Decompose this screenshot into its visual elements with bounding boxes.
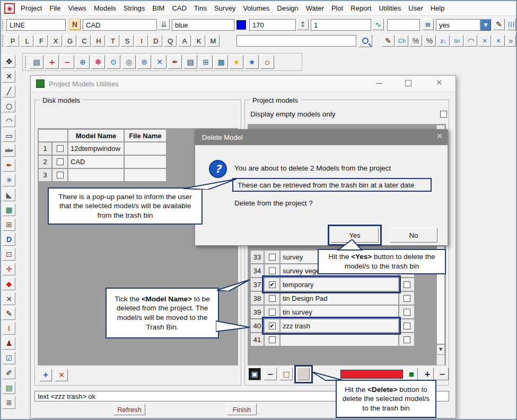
find-button[interactable]: ⊚ [137, 55, 151, 69]
search-button[interactable] [358, 34, 372, 47]
disk-add-button[interactable]: + [39, 369, 52, 381]
justify-icon[interactable]: ≡ [422, 19, 434, 30]
name-badge-button[interactable]: N [69, 19, 81, 30]
remove-model2-button[interactable]: − [436, 368, 449, 380]
redraw-button[interactable]: ✽ [91, 55, 105, 69]
disk-checkbox[interactable] [57, 158, 64, 165]
disk-delete-button[interactable]: ✕ [55, 369, 68, 381]
disk-model-name-cell[interactable]: 12dtempwindow [68, 142, 124, 155]
table-icon[interactable]: ▤ [3, 381, 15, 394]
model-checkbox[interactable]: ✔ [269, 323, 276, 329]
snap-letter-button[interactable]: Q [164, 35, 177, 47]
model-checkbox-cell[interactable] [264, 291, 280, 305]
add-model-button[interactable]: + [421, 368, 434, 380]
flag-checkbox[interactable] [404, 295, 410, 302]
modal-titlebar[interactable]: Delete Model [195, 129, 448, 145]
snap-letter-button[interactable]: S [121, 35, 134, 47]
menu-item[interactable]: CAD [168, 1, 190, 16]
snap-letter-button[interactable]: D [150, 35, 162, 47]
refresh-button[interactable]: Refresh [113, 404, 145, 415]
menu-item[interactable]: BIM [148, 1, 168, 16]
model-checkbox[interactable]: ✔ [269, 281, 276, 288]
model-checkbox-cell[interactable] [264, 333, 280, 346]
flag-cell[interactable] [399, 278, 415, 291]
model-checkbox-cell[interactable] [264, 250, 280, 264]
snap-letter-button[interactable]: L [21, 35, 33, 47]
percent-button[interactable]: % [409, 35, 422, 47]
disk-file-name-cell[interactable] [124, 142, 167, 155]
menu-item[interactable]: User [405, 1, 426, 16]
flag-checkbox[interactable] [404, 281, 410, 288]
window-button[interactable]: ▫ [260, 55, 274, 69]
model-checkbox[interactable] [269, 295, 276, 302]
string-type-field[interactable]: LINE [6, 19, 66, 31]
snap-x-button[interactable]: × [478, 35, 491, 47]
circle-icon[interactable]: ○ [3, 100, 15, 112]
flag-checkbox[interactable] [404, 323, 410, 329]
snap-letter-button[interactable]: M [207, 35, 220, 47]
toolbar-grip[interactable] [25, 56, 28, 68]
small-x-icon[interactable]: × [3, 292, 15, 305]
minimize-icon[interactable]: — [372, 79, 386, 88]
move-icon[interactable]: ✛ [3, 263, 15, 275]
model-checkbox-cell[interactable] [264, 264, 280, 278]
snap-letter-button[interactable]: C [78, 35, 91, 47]
colour-field[interactable]: blue [172, 19, 234, 31]
menu-item[interactable]: Utilities [375, 1, 405, 16]
extra-field[interactable] [387, 19, 420, 31]
z-down-button[interactable]: z↓ [437, 35, 450, 47]
wave-icon[interactable]: ∿ [372, 19, 384, 30]
model-name-cell[interactable] [280, 333, 399, 346]
search-input[interactable] [236, 35, 356, 47]
text-icon[interactable]: abc [3, 144, 15, 157]
disk-checkbox[interactable] [57, 145, 64, 152]
zoom-previous-button[interactable]: ◎ [122, 55, 136, 69]
dropdown-arrow-icon[interactable]: ▼ [480, 19, 491, 31]
d-curve-icon[interactable]: D [3, 233, 15, 246]
snap-letter-button[interactable]: X [49, 35, 62, 47]
shield-icon[interactable]: ◆ [3, 278, 15, 290]
model-checkbox[interactable] [269, 336, 276, 343]
disk-file-name-cell[interactable] [124, 168, 167, 182]
disk-file-name-cell[interactable] [124, 155, 167, 168]
menu-item[interactable]: Tins [190, 1, 211, 16]
snap-letter-button[interactable]: P [6, 35, 19, 47]
z-spinner-icon[interactable]: ↕ [297, 19, 309, 30]
grid-icon[interactable]: ▦ [3, 203, 15, 216]
more-button[interactable]: » [506, 35, 516, 47]
print-button[interactable]: ▤ [183, 55, 197, 69]
checkbox-icon[interactable]: ☑ [3, 352, 15, 364]
model-checkbox[interactable] [269, 254, 276, 261]
flag-cell[interactable] [399, 333, 415, 346]
tile-windows-icon[interactable]: ⊞ [3, 218, 15, 231]
arc-icon[interactable]: ◠ [3, 114, 15, 127]
weight-field[interactable]: 170 [249, 19, 296, 31]
finish-button[interactable]: Finish [227, 404, 257, 415]
menu-item[interactable]: Design [273, 1, 302, 16]
copy-button[interactable]: ⊞ [199, 55, 213, 69]
toolbar-grip[interactable] [2, 35, 5, 47]
disk-model-name-cell[interactable] [68, 168, 124, 182]
menu-item[interactable]: Strings [120, 1, 148, 16]
disk-checkbox-cell[interactable] [52, 142, 68, 155]
text-i-icon[interactable]: I [3, 322, 15, 335]
model-name-cell[interactable]: zzz trash [280, 319, 399, 333]
snap-letter-button[interactable]: T [107, 35, 119, 47]
snap-letter-button[interactable]: I [135, 35, 148, 47]
yes-no-field[interactable]: yes [436, 19, 480, 31]
snap-letter-button[interactable]: G [64, 35, 76, 47]
zoom-window-button[interactable]: ⊙ [107, 55, 120, 69]
flag-cell[interactable] [399, 305, 415, 319]
menu-item[interactable]: Views [64, 1, 90, 16]
model-checkbox-cell[interactable]: ✔ [264, 319, 280, 333]
model-checkbox[interactable] [269, 309, 276, 316]
pan-icon[interactable]: ✥ [3, 55, 15, 68]
menu-item[interactable]: Help [427, 1, 449, 16]
menu-item[interactable]: Report [347, 1, 375, 16]
modal-close-icon[interactable]: ✕ [435, 132, 444, 142]
menu-item[interactable]: File [46, 1, 64, 16]
width-field[interactable]: 1 [311, 19, 371, 31]
model-checkbox-cell[interactable] [264, 305, 280, 319]
bars-icon[interactable]: ||| [507, 19, 516, 30]
model-checkbox-cell[interactable]: ✔ [264, 278, 280, 291]
